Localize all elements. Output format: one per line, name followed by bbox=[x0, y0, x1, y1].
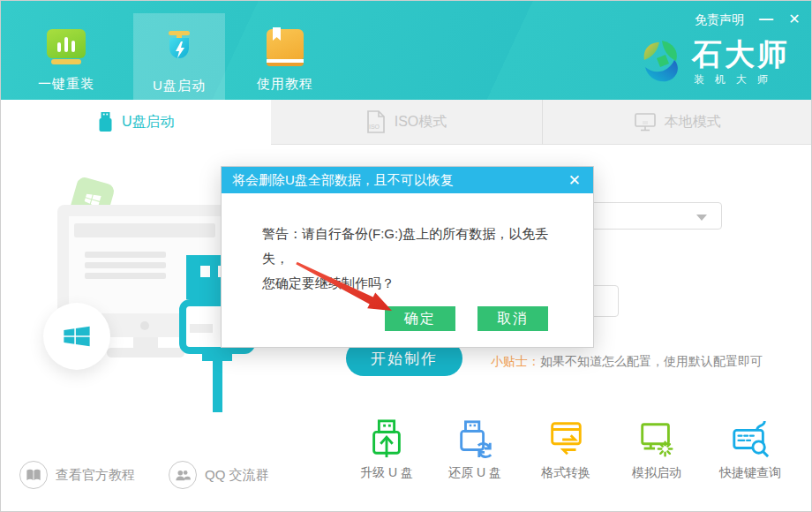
tab-label: ISO模式 bbox=[395, 113, 447, 132]
tab-local-mode[interactable]: 本地模式 bbox=[542, 100, 812, 145]
cancel-button[interactable]: 取消 bbox=[477, 306, 548, 331]
format-convert-icon bbox=[545, 418, 586, 459]
tool-upgrade-usb[interactable]: 升级 U 盘 bbox=[344, 418, 429, 481]
windows-flag-icon bbox=[61, 320, 93, 352]
tip-body: 如果不知道怎么配置，使用默认配置即可 bbox=[540, 354, 763, 368]
nav-label: 一键重装 bbox=[38, 76, 94, 93]
usb-drive-icon bbox=[98, 112, 113, 132]
usb-restore-icon bbox=[455, 418, 495, 459]
dialog-message: 警告：请自行备份(F:G:)盘上的所有数据，以免丢失， 您确定要继续制作吗？ bbox=[262, 222, 572, 296]
tool-simulate-boot[interactable]: 模拟启动 bbox=[614, 418, 699, 481]
tool-label: 模拟启动 bbox=[632, 465, 681, 481]
main-nav: 一键重装 U盘启动 bbox=[20, 1, 331, 100]
shield-bolt-icon bbox=[158, 29, 200, 70]
brand-title: 石大师 bbox=[692, 38, 790, 70]
monitor-stand bbox=[133, 337, 158, 348]
tip-label: 小贴士： bbox=[491, 354, 540, 368]
dialog-message-line1: 警告：请自行备份(F:G:)盘上的所有数据，以免丢失， bbox=[262, 222, 572, 271]
book-icon bbox=[264, 27, 306, 68]
tool-restore-usb[interactable]: 还原 U 盘 bbox=[432, 418, 517, 481]
nav-item-usb-boot[interactable]: U盘启动 bbox=[133, 13, 225, 100]
dialog-header: 将会删除U盘全部数据，且不可以恢复 ✕ bbox=[222, 167, 593, 193]
brand-logo: 石大师 装机大师 bbox=[639, 38, 790, 87]
tab-label: U盘启动 bbox=[122, 113, 175, 132]
simulate-boot-icon bbox=[636, 418, 677, 459]
app-header: 一键重装 U盘启动 bbox=[1, 1, 812, 100]
tool-label: 格式转换 bbox=[541, 465, 590, 481]
dialog-title: 将会删除U盘全部数据，且不可以恢复 bbox=[232, 172, 567, 189]
brand-subtitle: 装机大师 bbox=[692, 72, 790, 87]
open-book-icon bbox=[19, 461, 48, 489]
iso-file-icon: ISO bbox=[366, 110, 386, 133]
monitor-base bbox=[107, 348, 184, 358]
qq-group-link[interactable]: QQ 交流群 bbox=[169, 461, 269, 489]
tab-label: 本地模式 bbox=[665, 113, 721, 132]
usb-upgrade-icon bbox=[366, 418, 407, 459]
nav-label: U盘启动 bbox=[153, 78, 206, 94]
svg-text:ISO: ISO bbox=[369, 124, 380, 130]
disclaimer-link[interactable]: 免责声明 bbox=[695, 12, 744, 28]
tab-usb-boot[interactable]: U盘启动 bbox=[1, 100, 271, 145]
close-button[interactable]: ✕ bbox=[785, 10, 804, 29]
nav-item-reinstall[interactable]: 一键重装 bbox=[20, 1, 112, 100]
link-label: QQ 交流群 bbox=[205, 467, 269, 484]
brand-logo-icon bbox=[639, 39, 683, 87]
tip-text: 小贴士：如果不知道怎么配置，使用默认配置即可 bbox=[491, 354, 763, 370]
tab-iso-mode[interactable]: ISO ISO模式 bbox=[271, 100, 541, 145]
hotkey-search-icon bbox=[730, 418, 771, 459]
link-label: 查看官方教程 bbox=[56, 467, 135, 484]
minimize-button[interactable]: — bbox=[756, 10, 776, 29]
tool-label: 升级 U 盘 bbox=[360, 465, 413, 481]
usb-illustration-slot bbox=[190, 324, 213, 333]
nav-item-tutorial[interactable]: 使用教程 bbox=[239, 1, 331, 100]
dialog-message-line2: 您确定要继续制作吗？ bbox=[262, 271, 572, 296]
nav-label: 使用教程 bbox=[257, 76, 313, 93]
chevron-down-icon bbox=[696, 215, 707, 221]
chart-monitor-icon bbox=[45, 27, 87, 68]
people-group-icon bbox=[169, 461, 197, 489]
confirm-button[interactable]: 确定 bbox=[385, 306, 455, 331]
app-window: 一键重装 U盘启动 bbox=[0, 0, 812, 512]
windows-logo-badge bbox=[43, 303, 110, 370]
official-tutorial-link[interactable]: 查看官方教程 bbox=[19, 461, 135, 489]
warning-dialog: 将会删除U盘全部数据，且不可以恢复 ✕ 警告：请自行备份(F:G:)盘上的所有数… bbox=[221, 166, 594, 348]
tool-label: 快捷键查询 bbox=[719, 465, 781, 481]
monitor-icon bbox=[635, 113, 656, 132]
tool-hotkey-query[interactable]: 快捷键查询 bbox=[708, 418, 793, 481]
tool-format-convert[interactable]: 格式转换 bbox=[523, 418, 608, 481]
mode-tabbar: U盘启动 ISO ISO模式 本地模式 bbox=[1, 100, 812, 145]
tool-label: 还原 U 盘 bbox=[448, 465, 501, 481]
usb-illustration-cable bbox=[213, 359, 222, 412]
dialog-close-icon[interactable]: ✕ bbox=[567, 173, 583, 188]
